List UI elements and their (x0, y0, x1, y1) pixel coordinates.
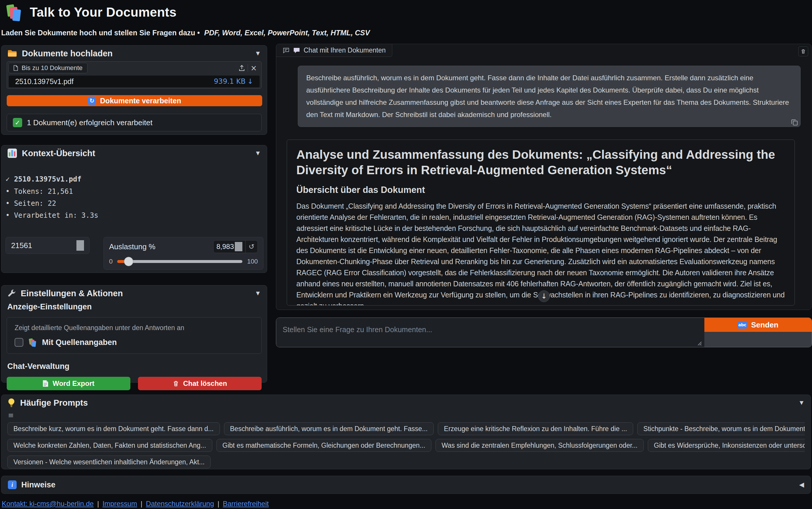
resize-handle-icon[interactable] (695, 339, 702, 346)
bot-answer-title: Analyse und Zusammenfassung des Dokument… (296, 147, 785, 178)
token-count-value: 21561 (11, 241, 32, 250)
processing-status: ✓ 1 Dokument(e) erfolgreich verarbeitet (7, 114, 262, 131)
dropzone-label-chip: Bis zu 10 Dokumente (8, 63, 87, 73)
barrierefreiheit-link[interactable]: Barrierefreiheit (223, 500, 269, 508)
token-count-input[interactable]: 21561 (5, 237, 89, 254)
speech-bubble-outline-icon (283, 47, 290, 54)
prompts-panel-header[interactable]: Häufige Prompts ▼ (1, 395, 811, 411)
file-page-icon (13, 65, 18, 71)
sources-checkbox-row[interactable]: Mit Quellenangaben (14, 338, 254, 347)
prompt-button[interactable]: Versionen - Welche wesentlichen inhaltli… (7, 455, 211, 468)
slider-handle[interactable] (124, 257, 133, 266)
bot-answer-paragraph: Das Dokument „Classifying and Addressing… (296, 201, 785, 306)
app-header: Talk to Your Documents (5, 3, 177, 22)
context-panel: Kontext-Übersicht ▼ ✓ 2510.13975v1.pdf •… (1, 145, 267, 273)
scroll-down-icon[interactable]: ↓ (538, 291, 550, 302)
prompt-button[interactable]: Stichpunkte - Beschreibe, worum es in de… (637, 422, 805, 435)
usage-slider[interactable] (117, 260, 243, 263)
chevron-down-icon[interactable]: ▼ (255, 149, 261, 157)
input-cursor-block (235, 242, 243, 251)
context-tokens: • Tokens: 21,561 (5, 188, 267, 196)
list-icon: ≡ (8, 411, 811, 419)
folder-icon (7, 49, 17, 58)
reset-icon[interactable]: ↺ (245, 240, 258, 253)
chat-input[interactable] (276, 318, 704, 347)
context-pages: • Seiten: 22 (5, 199, 267, 207)
usage-value-group: 8,983 ↺ (213, 240, 258, 253)
footer: Kontakt: ki-cms@hu-berlin.de | Impressum… (2, 500, 269, 508)
file-download-link[interactable]: 939.1 KB ↓ (214, 77, 253, 86)
impressum-link[interactable]: Impressum (102, 500, 137, 508)
send-column-spacer (704, 332, 812, 347)
chevron-down-icon[interactable]: ▼ (255, 290, 261, 297)
process-documents-button[interactable]: ↻ Dokumente verarbeiten (7, 95, 262, 106)
slider-max-label: 100 (247, 258, 258, 265)
chat-panel: Chat mit Ihren Dokumenten Beschreibe aus… (276, 44, 811, 310)
send-button[interactable]: abc Senden (704, 318, 812, 332)
sources-settings-box: Zeigt detaillierte Quellenangaben unter … (7, 317, 262, 354)
send-column: abc Senden (704, 318, 812, 347)
clear-chat-button[interactable]: Chat löschen (138, 377, 262, 390)
datenschutz-link[interactable]: Datenschutzerklärung (146, 500, 214, 508)
prompt-button[interactable]: Erzeuge eine kritische Reflexion zu den … (438, 422, 633, 435)
upload-panel-header[interactable]: Dokumente hochladen ▼ (1, 45, 267, 61)
context-summary: ✓ 2510.13975v1.pdf • Tokens: 21,561 • Se… (5, 175, 267, 219)
usage-value-input[interactable]: 8,983 (214, 240, 245, 253)
file-name: 2510.13975v1.pdf (15, 77, 74, 86)
context-time: • Verarbeitet in: 3.3s (5, 211, 267, 219)
word-export-button[interactable]: Word Export (7, 377, 131, 390)
send-button-label: Senden (751, 320, 778, 330)
prompts-panel-title: Häufige Prompts (20, 398, 88, 408)
separator: | (218, 500, 219, 508)
subtitle-formats: PDF, Word, Excel, PowerPoint, Text, HTML… (204, 29, 370, 37)
prompt-button[interactable]: Beschreibe ausführlich, worum es in dem … (224, 422, 434, 435)
clear-chat-icon-button[interactable] (798, 46, 808, 56)
usage-slider-box: Auslastung % 8,983 ↺ 0 100 (104, 237, 263, 270)
refresh-icon: ↻ (88, 97, 96, 105)
context-inputs-row: 21561 Auslastung % 8,983 ↺ 0 (5, 237, 263, 270)
prompt-list: Beschreibe kurz, worum es in dem Dokumen… (7, 422, 805, 468)
context-doc-name: 2510.13975v1.pdf (14, 175, 81, 183)
upload-icon[interactable] (236, 63, 248, 73)
trash-icon (173, 380, 179, 387)
copy-icon[interactable] (791, 117, 800, 127)
prompt-button[interactable]: Welche konkreten Zahlen, Daten, Fakten u… (7, 439, 212, 452)
bot-answer-subtitle: Übersicht über das Dokument (296, 185, 785, 195)
slider-fill (117, 260, 128, 263)
abc-input-icon: abc (738, 321, 747, 329)
contact-link[interactable]: Kontakt: ki-cms@hu-berlin.de (2, 500, 94, 508)
upload-panel: Dokumente hochladen ▼ Bis zu 10 Dokument… (1, 45, 267, 135)
slider-min-label: 0 (109, 258, 113, 265)
prompt-button[interactable]: Beschreibe kurz, worum es in dem Dokumen… (7, 422, 220, 435)
file-dropzone[interactable]: Bis zu 10 Dokumente × 2510.13975v1.pdf 9… (7, 61, 262, 89)
context-doc-line: ✓ 2510.13975v1.pdf (5, 175, 267, 183)
clear-files-button[interactable]: × (248, 63, 260, 73)
clear-chat-label: Chat löschen (183, 379, 227, 387)
prompt-button[interactable]: Gibt es mathematische Formeln, Gleichung… (216, 439, 432, 452)
sources-checkbox[interactable] (14, 338, 23, 347)
dropzone-actions: × (236, 63, 260, 73)
chevron-down-icon[interactable]: ▼ (255, 49, 261, 57)
bot-message: Analyse und Zusammenfassung des Dokument… (287, 139, 795, 306)
upload-panel-title: Dokumente hochladen (22, 49, 113, 58)
settings-panel-title: Einstellungen & Aktionen (21, 289, 123, 298)
chevron-left-icon[interactable]: ◀ (799, 481, 804, 488)
prompt-button[interactable]: Gibt es Widersprüche, Inkonsistenzen ode… (648, 439, 805, 452)
books-logo-icon (5, 3, 23, 22)
chat-tab: Chat mit Ihren Dokumenten (276, 44, 392, 57)
chevron-down-icon[interactable]: ▼ (798, 399, 805, 407)
prompt-button[interactable]: Was sind die zentralen Empfehlungen, Sch… (436, 439, 644, 452)
speech-bubble-icon (293, 47, 300, 54)
hinweise-panel[interactable]: i Hinweise ◀ (1, 476, 811, 494)
bar-chart-icon (7, 148, 17, 158)
hinweise-title: Hinweise (21, 480, 56, 489)
settings-panel-header[interactable]: Einstellungen & Aktionen ▼ (1, 285, 267, 301)
processing-status-text: 1 Dokument(e) erfolgreich verarbeitet (27, 118, 152, 127)
context-panel-header[interactable]: Kontext-Übersicht ▼ (1, 145, 267, 161)
file-size-label: 939.1 KB (214, 77, 246, 86)
settings-panel: Einstellungen & Aktionen ▼ Anzeige-Einst… (1, 285, 267, 383)
separator: | (97, 500, 99, 508)
context-panel-title: Kontext-Übersicht (22, 148, 95, 158)
input-cursor-block (76, 240, 84, 251)
uploaded-file-row[interactable]: 2510.13975v1.pdf 939.1 KB ↓ (9, 76, 260, 87)
